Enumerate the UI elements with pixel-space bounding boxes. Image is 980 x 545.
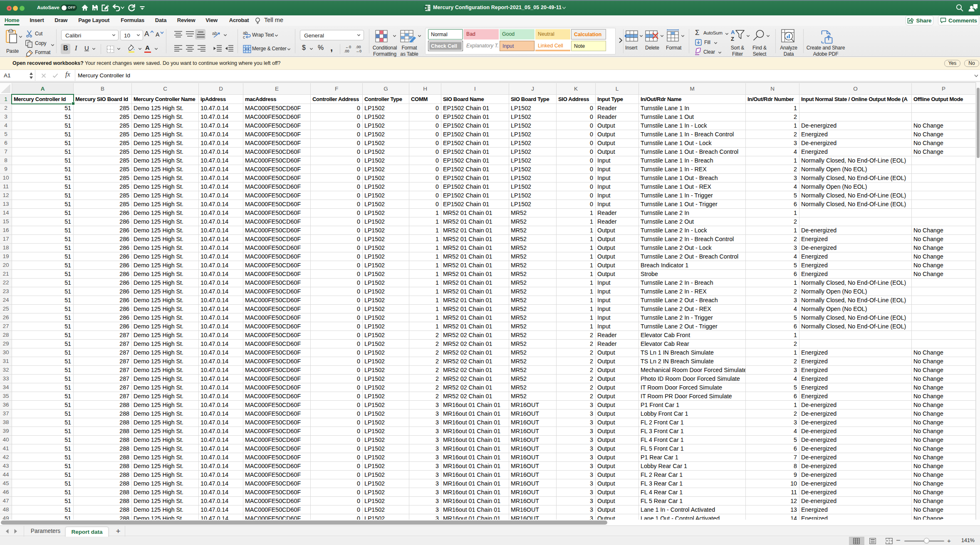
svg-text:X: X xyxy=(425,6,427,10)
svg-text:→0: →0 xyxy=(356,49,361,53)
svg-text:.00: .00 xyxy=(356,45,361,49)
svg-text:.00: .00 xyxy=(344,49,349,53)
svg-text:←0: ←0 xyxy=(345,45,351,49)
svg-text:c: c xyxy=(243,35,245,39)
